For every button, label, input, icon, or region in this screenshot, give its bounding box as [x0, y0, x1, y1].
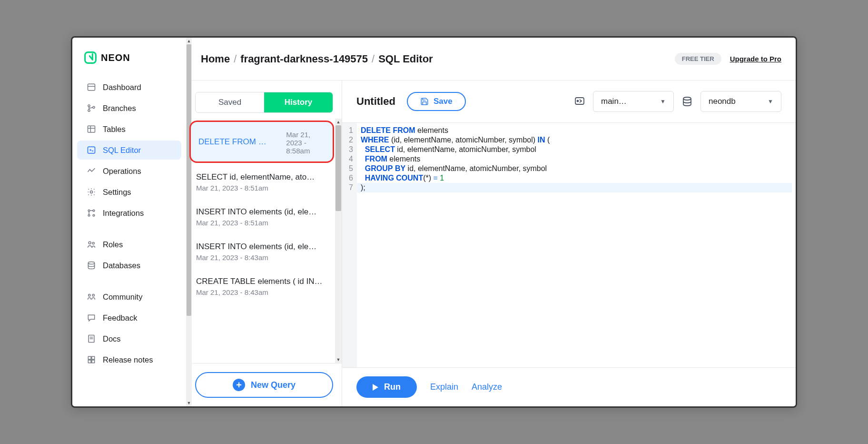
crumb-sep: / — [234, 53, 237, 65]
scroll-thumb[interactable] — [335, 125, 341, 211]
plus-icon: + — [233, 379, 245, 391]
history-date: Mar 21, 2023 - 8:43am — [196, 253, 326, 262]
branch-select[interactable]: main…▼ — [593, 91, 674, 112]
nav-feedback[interactable]: Feedback — [77, 308, 181, 327]
nav-label: Settings — [103, 188, 131, 197]
settings-icon — [87, 187, 96, 197]
nav-dashboard[interactable]: Dashboard — [77, 78, 181, 97]
line-no: 3 — [349, 145, 353, 154]
line-no: 5 — [349, 164, 353, 173]
chevron-down-icon: ▼ — [660, 98, 666, 105]
svg-rect-1 — [88, 84, 95, 90]
svg-rect-27 — [88, 360, 91, 363]
tab-history[interactable]: History — [264, 92, 333, 112]
editor-footer: Run Explain Analyze — [342, 367, 796, 406]
history-item[interactable]: SELECT id, elementName, ato… Mar 21, 202… — [187, 165, 335, 200]
svg-point-17 — [89, 242, 91, 244]
database-select[interactable]: neondb▼ — [700, 91, 781, 112]
svg-point-19 — [88, 262, 94, 264]
nav-label: Community — [103, 293, 142, 302]
docs-icon — [87, 334, 96, 343]
tab-saved[interactable]: Saved — [196, 92, 264, 112]
scroll-down-icon[interactable]: ▼ — [335, 356, 342, 363]
nav-integrations[interactable]: Integrations — [77, 203, 181, 222]
nav-release-notes[interactable]: Release notes — [77, 350, 181, 369]
line-no: 7 — [349, 183, 353, 192]
nav-docs[interactable]: Docs — [77, 329, 181, 348]
crumb-project[interactable]: fragrant-darkness-149575 — [240, 53, 368, 65]
run-label: Run — [384, 382, 401, 392]
nav-label: Integrations — [103, 209, 144, 218]
explain-button[interactable]: Explain — [430, 382, 458, 392]
code-editor[interactable]: 1 2 3 4 5 6 7 DELETE FROM elementsWHERE … — [342, 123, 796, 367]
nav-databases[interactable]: Databases — [77, 256, 181, 275]
history-date: Mar 21, 2023 - 8:43am — [196, 288, 326, 296]
new-query-button[interactable]: + New Query — [195, 372, 333, 398]
upgrade-link[interactable]: Upgrade to Pro — [730, 55, 781, 63]
editor-header: Untitled Save main…▼ neondb▼ — [342, 81, 796, 123]
svg-point-4 — [88, 110, 90, 111]
save-button[interactable]: Save — [407, 92, 466, 111]
nav-label: Release notes — [103, 355, 153, 364]
history-scrollbar[interactable]: ▲ ▼ — [335, 119, 342, 363]
svg-point-5 — [93, 106, 95, 108]
brand-text: NEON — [101, 52, 130, 63]
svg-point-13 — [88, 214, 90, 216]
main: Home / fragrant-darkness-149575 / SQL Ed… — [187, 38, 796, 406]
save-icon — [420, 97, 429, 106]
line-no: 2 — [349, 135, 353, 145]
scroll-up-icon[interactable]: ▲ — [335, 119, 342, 125]
svg-point-20 — [89, 294, 90, 296]
crumb-home[interactable]: Home — [201, 53, 230, 65]
nav-tables[interactable]: Tables — [77, 120, 181, 139]
code-body[interactable]: DELETE FROM elementsWHERE (id, elementNa… — [357, 123, 796, 367]
nav-branches[interactable]: Branches — [77, 99, 181, 118]
run-button[interactable]: Run — [356, 376, 417, 398]
line-no: 1 — [349, 126, 353, 135]
app-window: NEON Dashboard Branches Tables SQL Edito… — [71, 36, 797, 408]
breadcrumb: Home / fragrant-darkness-149575 / SQL Ed… — [201, 53, 433, 65]
tabs: Saved History — [195, 92, 333, 113]
svg-point-18 — [92, 242, 94, 244]
history-item[interactable]: INSERT INTO elements (id, ele… Mar 21, 2… — [187, 234, 335, 269]
svg-point-31 — [683, 97, 691, 100]
nav-sql-editor[interactable]: SQL Editor — [77, 141, 181, 160]
neon-logo-icon — [84, 51, 97, 64]
databases-icon — [87, 261, 96, 270]
svg-rect-6 — [88, 126, 95, 132]
history-query: DELETE FROM elements WHER… — [198, 137, 267, 147]
history-item[interactable]: DELETE FROM elements WHER… Mar 21, 2023 … — [189, 121, 334, 163]
svg-rect-26 — [92, 356, 95, 359]
nav-operations[interactable]: Operations — [77, 161, 181, 181]
new-query-label: New Query — [251, 380, 296, 390]
analyze-button[interactable]: Analyze — [472, 382, 502, 392]
nav-roles[interactable]: Roles — [77, 235, 181, 254]
crumb-page: SQL Editor — [378, 53, 433, 65]
tier-badge: FREE TIER — [675, 53, 721, 65]
nav-label: Feedback — [103, 313, 137, 323]
svg-point-11 — [88, 210, 90, 212]
history-list: DELETE FROM elements WHER… Mar 21, 2023 … — [187, 119, 342, 363]
svg-rect-28 — [92, 360, 95, 363]
scroll-down-icon[interactable]: ▼ — [186, 400, 192, 406]
scroll-up-icon[interactable]: ▲ — [186, 38, 192, 44]
nav-label: SQL Editor — [103, 146, 141, 155]
svg-point-12 — [93, 210, 95, 212]
sidebar: NEON Dashboard Branches Tables SQL Edito… — [72, 38, 187, 406]
branches-icon — [87, 103, 96, 113]
history-item[interactable]: CREATE TABLE elements ( id IN… Mar 21, 2… — [187, 269, 335, 304]
nav-label: Operations — [103, 167, 141, 176]
logo: NEON — [72, 46, 186, 77]
nav-label: Roles — [103, 240, 123, 249]
community-icon — [87, 292, 96, 302]
chevron-down-icon: ▼ — [768, 98, 773, 105]
release-notes-icon — [87, 355, 96, 364]
history-date: Mar 21, 2023 - 8:51am — [196, 219, 326, 227]
query-title: Untitled — [356, 95, 395, 108]
nav-community[interactable]: Community — [77, 287, 181, 306]
history-date: Mar 21, 2023 - 8:58am — [286, 131, 325, 155]
nav-settings[interactable]: Settings — [77, 182, 181, 202]
content: Saved History DELETE FROM elements WHER…… — [187, 81, 796, 406]
history-item[interactable]: INSERT INTO elements (id, ele… Mar 21, 2… — [187, 200, 335, 234]
nav-label: Databases — [103, 261, 140, 270]
